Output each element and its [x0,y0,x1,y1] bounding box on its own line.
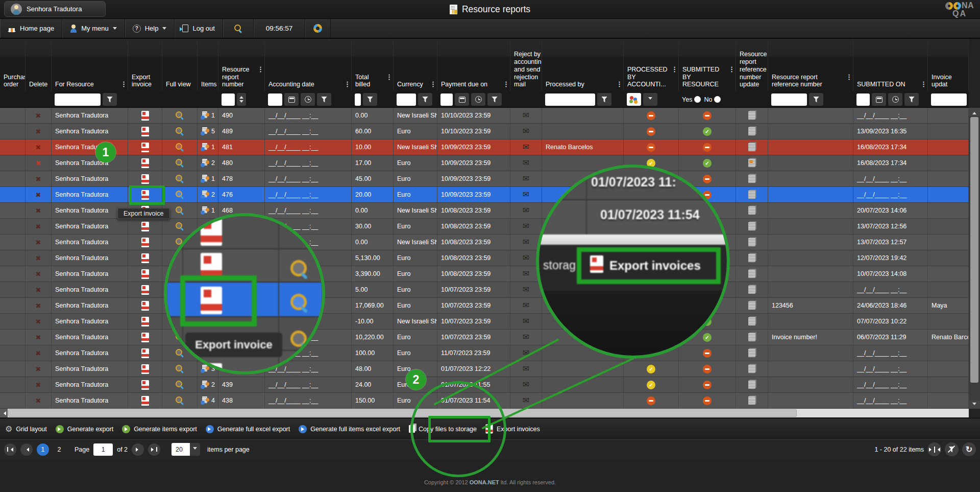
col-header-payment_due[interactable]: Payment due on⋮ [437,39,510,91]
reject-mail-icon[interactable]: ✉ [523,222,529,230]
export-invoices-button[interactable]: Export invoices [485,424,540,434]
column-menu-icon[interactable]: ⋮ [920,81,926,87]
filter-funnel-button[interactable] [103,93,117,106]
items-icon[interactable] [201,111,209,120]
horizontal-scrollbar-thumb[interactable] [8,409,797,417]
refresh-button[interactable]: ↻ [962,442,976,456]
delete-icon[interactable]: ✖ [36,382,41,388]
col-header-currency[interactable]: Currency⋮ [394,39,437,91]
reject-mail-icon[interactable]: ✉ [523,175,529,183]
number-spinner[interactable] [237,93,246,106]
status-check-yellow-icon[interactable]: ✓ [647,365,655,373]
delete-icon[interactable]: ✖ [36,366,41,372]
export-invoice-icon[interactable] [141,301,149,311]
col-header-submitted_on[interactable]: SUBMITTED ON⋮ [853,39,928,91]
table-row[interactable]: ✖Senhora Tradutora2439__/__/____ __:__24… [0,377,969,393]
export-invoice-icon[interactable] [141,380,149,390]
col-header-invoice_updated[interactable]: Invoice updat [928,39,969,91]
delete-icon[interactable]: ✖ [36,207,41,214]
export-invoice-icon[interactable] [141,206,149,216]
reject-mail-icon[interactable]: ✉ [523,191,529,199]
export-invoice-icon[interactable] [141,269,149,279]
copy-files-to-storage-button[interactable]: Copy files to storage [409,425,477,433]
delete-icon[interactable]: ✖ [36,176,41,182]
reject-mail-icon[interactable]: ✉ [523,206,529,215]
status-check-yellow-icon[interactable]: ✓ [647,381,655,389]
menu-home-page[interactable]: Home page [0,19,62,38]
clock-button[interactable] [888,93,902,106]
status-check-green-icon[interactable]: ✓ [703,333,712,342]
page-button-2[interactable]: 2 [53,443,65,456]
filter-funnel-button[interactable] [418,93,432,106]
table-row[interactable]: ✖Senhora Tradutora__/__/____ __:__30.00E… [0,219,969,235]
scroll-up-button[interactable] [969,108,980,116]
vertical-scrollbar[interactable] [969,108,980,409]
reject-mail-icon[interactable]: ✉ [523,143,529,151]
reject-mail-icon[interactable]: ✉ [523,333,529,341]
ref-update-icon[interactable] [748,396,755,405]
ref-update-icon[interactable] [748,111,755,120]
col-header-acct_status[interactable]: PROCESSED BY ACCOUNTI...⋮ [624,39,679,91]
ref-update-icon[interactable] [748,317,755,325]
full-view-icon[interactable] [176,301,184,310]
calendar-button[interactable] [872,93,886,106]
menu-help[interactable]: ? Help [125,19,175,38]
status-minus-icon[interactable] [703,143,712,152]
col-header-full_view[interactable]: Full view [162,39,198,91]
table-row[interactable]: ✖Senhora Tradutora__/__/____ __:__10,220… [0,330,969,345]
menu-search[interactable] [223,19,254,38]
items-icon[interactable] [201,159,209,167]
calendar-button[interactable] [455,93,469,106]
filter-funnel-button[interactable] [809,93,823,106]
column-menu-icon[interactable]: ⋮ [120,81,127,87]
table-row[interactable]: ✖Senhora Tradutora__/__/____ __:__0.00Ne… [0,235,969,250]
full-view-icon[interactable] [176,238,184,246]
filter-funnel-button[interactable] [597,93,611,106]
table-row[interactable]: ✖Senhora Tradutora__/__/____ __:__5,130.… [0,250,969,266]
report_number-filter-input[interactable] [222,93,235,106]
status-minus-icon[interactable] [703,396,712,405]
table-row[interactable]: ✖Senhora Tradutora__/__/____ __:__100.00… [0,345,969,361]
full-view-icon[interactable] [176,143,184,151]
table-row[interactable]: ✖Senhora Tradutora1490__/__/____ __:__0.… [0,108,969,124]
fit-columns-button[interactable] [927,442,941,456]
delete-icon[interactable]: ✖ [36,223,41,230]
items-icon[interactable] [201,206,209,215]
full-view-icon[interactable] [176,317,184,325]
full-view-icon[interactable] [176,286,184,294]
ref-update-icon[interactable] [748,254,755,262]
filter-funnel-button[interactable] [363,93,377,106]
export-invoice-icon[interactable] [141,127,149,136]
reject-mail-icon[interactable]: ✉ [523,349,529,357]
table-row[interactable]: ✖Senhora Tradutora__/__/____ __:__17,069… [0,298,969,314]
status-minus-icon[interactable] [703,191,712,199]
table-row[interactable]: ✖Senhora Tradutora5489__/__/____ __:__60… [0,124,969,139]
delete-icon[interactable]: ✖ [36,287,41,293]
status-check-green-icon[interactable]: ✓ [703,159,712,168]
export-invoice-icon[interactable] [141,253,149,263]
status-minus-icon[interactable] [647,143,655,152]
export-invoice-icon[interactable] [141,174,149,184]
export-invoice-icon[interactable] [141,348,149,358]
col-header-items[interactable]: Items [198,39,218,91]
payment_due-filter-input[interactable] [440,93,453,106]
column-menu-icon[interactable]: ⋮ [671,66,677,73]
export-invoice-icon[interactable] [141,158,149,168]
reject-mail-icon[interactable]: ✉ [523,127,529,135]
table-row[interactable]: ✖Senhora Tradutora__/__/____ __:__-10.00… [0,314,969,330]
export-invoice-icon[interactable] [141,143,149,152]
items-icon[interactable] [201,175,209,183]
column-menu-icon[interactable]: ⋮ [257,66,263,73]
column-menu-icon[interactable]: ⋮ [430,81,436,87]
calendar-button[interactable] [284,93,299,106]
table-row[interactable]: ✖Senhora Tradutora1478__/__/____ __:__45… [0,171,969,187]
col-header-ref_number[interactable]: Resource report reference number⋮ [768,39,853,91]
reject-mail-icon[interactable]: ✉ [523,111,529,120]
reject-mail-icon[interactable]: ✉ [523,317,529,325]
page-button-1[interactable]: 1 [37,443,49,456]
total_billed-filter-input[interactable] [355,93,361,106]
table-row[interactable]: ✖Senhora Tradutora__/__/____ __:__5.00Eu… [0,282,969,298]
column-menu-icon[interactable]: ⋮ [344,81,350,87]
table-row[interactable]: ✖Senhora Tradutora4438__/__/____ __:__15… [0,393,969,409]
col-header-reject[interactable]: Reject by accounting and send rejection … [510,39,542,91]
